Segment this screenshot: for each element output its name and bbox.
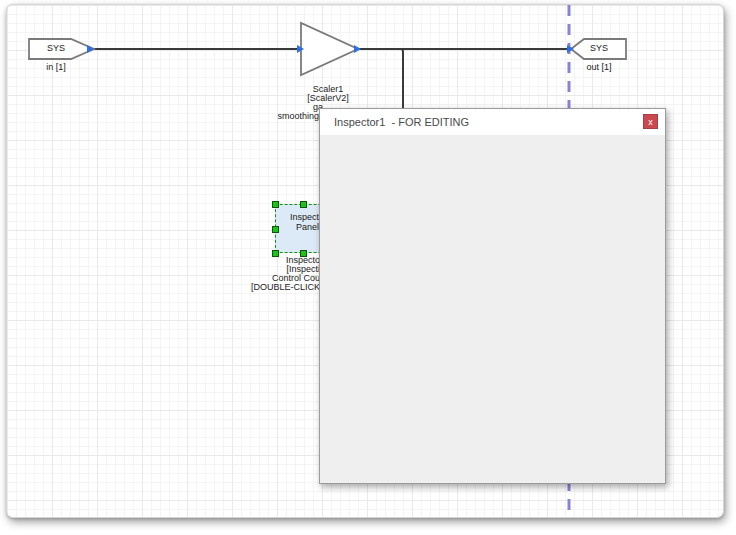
inspector-block-caption-line4: [DOUBLE-CLICK [167,283,320,293]
scaler-caption-line4: smoothing [253,112,319,122]
inspector-window-titlebar[interactable]: Inspector1 - FOR EDITING x [320,109,665,136]
wire-branch-to-inspector[interactable] [401,49,403,113]
port-icon[interactable] [87,45,94,53]
selection-handle[interactable] [300,201,307,208]
scaler-block[interactable] [301,23,358,75]
sys-out-caption: out [1] [573,63,625,73]
diagram-canvas[interactable]: SYS in [1] SYS out [1] Scaler1 [ScalerV2… [6,4,724,518]
inspector-window: Inspector1 - FOR EDITING x [319,108,666,484]
port-icon[interactable] [354,45,361,53]
selection-handle[interactable] [272,226,279,233]
screenshot-root: SYS in [1] SYS out [1] Scaler1 [ScalerV2… [0,0,736,535]
sys-out-title: SYS [573,44,625,54]
inspector-window-title: Inspector1 - FOR EDITING [334,109,469,135]
selection-handle[interactable] [272,201,279,208]
sys-in-caption: in [1] [31,63,81,73]
selection-handle[interactable] [272,250,279,257]
sys-in-title: SYS [31,44,81,54]
inspector-window-body [320,135,665,483]
selection-handle[interactable] [300,250,307,257]
close-icon[interactable]: x [643,114,658,129]
